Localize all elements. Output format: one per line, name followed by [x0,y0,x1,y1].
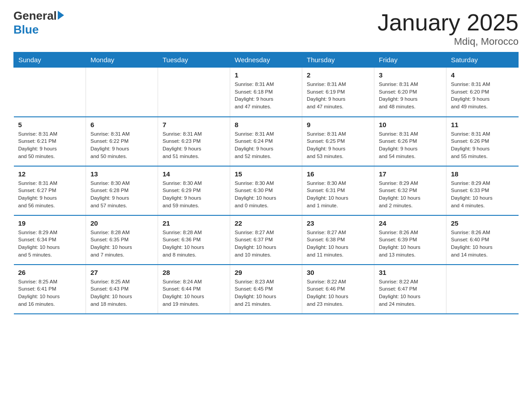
calendar-cell: 27Sunrise: 8:25 AM Sunset: 6:43 PM Dayli… [86,265,158,314]
day-info: Sunrise: 8:22 AM Sunset: 6:47 PM Dayligh… [379,278,442,308]
day-number: 3 [379,71,442,79]
day-number: 2 [307,71,369,79]
day-number: 30 [307,269,369,276]
day-number: 27 [90,269,153,276]
day-number: 31 [379,269,442,276]
calendar-cell [446,265,519,314]
day-number: 8 [235,121,297,128]
calendar-week-row: 1Sunrise: 8:31 AM Sunset: 6:18 PM Daylig… [14,68,519,117]
day-info: Sunrise: 8:29 AM Sunset: 6:32 PM Dayligh… [379,180,442,210]
day-header-monday: Monday [86,52,158,68]
calendar-cell: 6Sunrise: 8:31 AM Sunset: 6:22 PM Daylig… [86,117,158,166]
day-header-wednesday: Wednesday [230,52,302,68]
day-info: Sunrise: 8:30 AM Sunset: 6:30 PM Dayligh… [235,180,297,210]
day-number: 6 [90,121,153,128]
day-header-friday: Friday [374,52,446,68]
day-info: Sunrise: 8:25 AM Sunset: 6:43 PM Dayligh… [90,278,153,308]
calendar-cell: 19Sunrise: 8:29 AM Sunset: 6:34 PM Dayli… [14,215,86,265]
calendar-cell [158,68,230,117]
calendar-cell: 31Sunrise: 8:22 AM Sunset: 6:47 PM Dayli… [374,265,446,314]
calendar-cell: 29Sunrise: 8:23 AM Sunset: 6:45 PM Dayli… [230,265,302,314]
day-info: Sunrise: 8:25 AM Sunset: 6:41 PM Dayligh… [18,278,82,308]
day-info: Sunrise: 8:31 AM Sunset: 6:18 PM Dayligh… [235,81,297,111]
day-info: Sunrise: 8:31 AM Sunset: 6:24 PM Dayligh… [235,130,297,160]
calendar-title: January 2025 [378,9,519,36]
day-info: Sunrise: 8:31 AM Sunset: 6:23 PM Dayligh… [163,130,225,160]
day-info: Sunrise: 8:30 AM Sunset: 6:29 PM Dayligh… [163,180,225,210]
day-info: Sunrise: 8:23 AM Sunset: 6:45 PM Dayligh… [235,278,297,308]
day-number: 23 [307,219,369,227]
calendar-cell: 23Sunrise: 8:27 AM Sunset: 6:38 PM Dayli… [302,215,374,265]
day-number: 10 [379,121,442,128]
day-info: Sunrise: 8:30 AM Sunset: 6:31 PM Dayligh… [307,180,369,210]
title-block: January 2025 Mdiq, Morocco [378,9,519,47]
logo-blue-text: Blue [13,23,64,37]
calendar-subtitle: Mdiq, Morocco [378,36,519,47]
calendar-cell: 8Sunrise: 8:31 AM Sunset: 6:24 PM Daylig… [230,117,302,166]
day-number: 16 [307,170,369,178]
calendar-cell: 26Sunrise: 8:25 AM Sunset: 6:41 PM Dayli… [14,265,86,314]
calendar-cell: 28Sunrise: 8:24 AM Sunset: 6:44 PM Dayli… [158,265,230,314]
day-number: 1 [235,71,297,79]
day-info: Sunrise: 8:29 AM Sunset: 6:34 PM Dayligh… [18,229,82,259]
calendar-cell [14,68,86,117]
day-number: 9 [307,121,369,128]
calendar-cell: 18Sunrise: 8:29 AM Sunset: 6:33 PM Dayli… [446,166,519,215]
day-number: 19 [18,219,82,227]
calendar-cell: 21Sunrise: 8:28 AM Sunset: 6:36 PM Dayli… [158,215,230,265]
day-header-saturday: Saturday [446,52,519,68]
day-info: Sunrise: 8:27 AM Sunset: 6:38 PM Dayligh… [307,229,369,259]
calendar-cell: 2Sunrise: 8:31 AM Sunset: 6:19 PM Daylig… [302,68,374,117]
day-number: 29 [235,269,297,276]
calendar-cell: 20Sunrise: 8:28 AM Sunset: 6:35 PM Dayli… [86,215,158,265]
calendar-week-row: 12Sunrise: 8:31 AM Sunset: 6:27 PM Dayli… [14,166,519,215]
calendar-cell: 11Sunrise: 8:31 AM Sunset: 6:26 PM Dayli… [446,117,519,166]
calendar-cell: 3Sunrise: 8:31 AM Sunset: 6:20 PM Daylig… [374,68,446,117]
logo-general-text: General [13,9,57,23]
day-number: 11 [451,121,514,128]
calendar-cell: 25Sunrise: 8:26 AM Sunset: 6:40 PM Dayli… [446,215,519,265]
day-info: Sunrise: 8:28 AM Sunset: 6:36 PM Dayligh… [163,229,225,259]
day-number: 22 [235,219,297,227]
calendar-week-row: 5Sunrise: 8:31 AM Sunset: 6:21 PM Daylig… [14,117,519,166]
calendar-week-row: 26Sunrise: 8:25 AM Sunset: 6:41 PM Dayli… [14,265,519,314]
calendar-cell: 12Sunrise: 8:31 AM Sunset: 6:27 PM Dayli… [14,166,86,215]
day-info: Sunrise: 8:26 AM Sunset: 6:40 PM Dayligh… [451,229,514,259]
day-info: Sunrise: 8:22 AM Sunset: 6:46 PM Dayligh… [307,278,369,308]
calendar-cell: 17Sunrise: 8:29 AM Sunset: 6:32 PM Dayli… [374,166,446,215]
day-info: Sunrise: 8:29 AM Sunset: 6:33 PM Dayligh… [451,180,514,210]
calendar-cell: 16Sunrise: 8:30 AM Sunset: 6:31 PM Dayli… [302,166,374,215]
day-info: Sunrise: 8:31 AM Sunset: 6:20 PM Dayligh… [379,81,442,111]
calendar-cell: 5Sunrise: 8:31 AM Sunset: 6:21 PM Daylig… [14,117,86,166]
calendar-cell: 15Sunrise: 8:30 AM Sunset: 6:30 PM Dayli… [230,166,302,215]
logo: General Blue [13,9,64,37]
day-info: Sunrise: 8:27 AM Sunset: 6:37 PM Dayligh… [235,229,297,259]
day-info: Sunrise: 8:31 AM Sunset: 6:21 PM Dayligh… [18,130,82,160]
calendar-cell: 9Sunrise: 8:31 AM Sunset: 6:25 PM Daylig… [302,117,374,166]
day-number: 14 [163,170,225,178]
calendar-cell: 22Sunrise: 8:27 AM Sunset: 6:37 PM Dayli… [230,215,302,265]
day-info: Sunrise: 8:26 AM Sunset: 6:39 PM Dayligh… [379,229,442,259]
day-info: Sunrise: 8:31 AM Sunset: 6:22 PM Dayligh… [90,130,153,160]
day-number: 15 [235,170,297,178]
day-number: 4 [451,71,514,79]
day-info: Sunrise: 8:28 AM Sunset: 6:35 PM Dayligh… [90,229,153,259]
day-number: 7 [163,121,225,128]
page-header: General Blue January 2025 Mdiq, Morocco [13,9,519,47]
calendar-cell: 30Sunrise: 8:22 AM Sunset: 6:46 PM Dayli… [302,265,374,314]
day-header-thursday: Thursday [302,52,374,68]
calendar-cell: 1Sunrise: 8:31 AM Sunset: 6:18 PM Daylig… [230,68,302,117]
calendar-table: SundayMondayTuesdayWednesdayThursdayFrid… [13,52,519,314]
calendar-header-row: SundayMondayTuesdayWednesdayThursdayFrid… [14,52,519,68]
day-number: 5 [18,121,82,128]
day-info: Sunrise: 8:31 AM Sunset: 6:26 PM Dayligh… [379,130,442,160]
day-info: Sunrise: 8:31 AM Sunset: 6:27 PM Dayligh… [18,180,82,210]
day-number: 12 [18,170,82,178]
day-info: Sunrise: 8:31 AM Sunset: 6:25 PM Dayligh… [307,130,369,160]
calendar-cell: 4Sunrise: 8:31 AM Sunset: 6:20 PM Daylig… [446,68,519,117]
day-info: Sunrise: 8:30 AM Sunset: 6:28 PM Dayligh… [90,180,153,210]
day-number: 28 [163,269,225,276]
calendar-cell: 24Sunrise: 8:26 AM Sunset: 6:39 PM Dayli… [374,215,446,265]
day-number: 25 [451,219,514,227]
calendar-cell: 10Sunrise: 8:31 AM Sunset: 6:26 PM Dayli… [374,117,446,166]
